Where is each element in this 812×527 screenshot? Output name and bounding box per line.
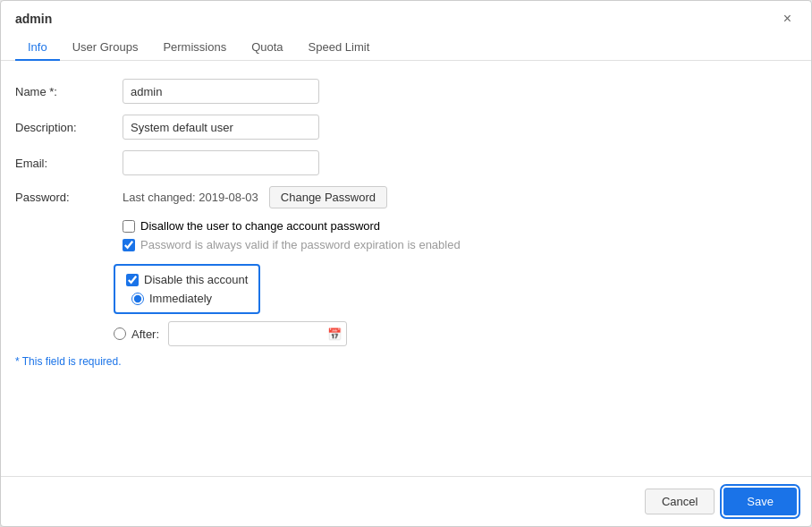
name-input[interactable] bbox=[123, 79, 319, 104]
save-button[interactable]: Save bbox=[723, 488, 797, 515]
dialog-title: admin bbox=[15, 12, 52, 26]
date-input-wrapper: 📅 bbox=[168, 321, 347, 346]
tab-permissions[interactable]: Permissions bbox=[150, 35, 239, 61]
cancel-button[interactable]: Cancel bbox=[645, 489, 715, 514]
email-input[interactable] bbox=[123, 150, 319, 175]
expiration-label[interactable]: Password is always valid if the password… bbox=[140, 238, 461, 251]
email-row: Email: bbox=[15, 150, 797, 175]
tab-user-groups[interactable]: User Groups bbox=[60, 35, 151, 61]
description-row: Description: bbox=[15, 115, 797, 140]
after-radio-wrapper: After: bbox=[114, 327, 159, 341]
tabs-bar: Info User Groups Permissions Quota Speed… bbox=[1, 30, 811, 61]
disable-account-checkbox[interactable] bbox=[126, 274, 139, 286]
after-date-input[interactable] bbox=[168, 321, 347, 346]
expiration-row: Password is always valid if the password… bbox=[123, 238, 797, 251]
password-row: Password: Last changed: 2019-08-03 Chang… bbox=[15, 186, 797, 208]
name-row: Name *: bbox=[15, 79, 797, 104]
change-password-button[interactable]: Change Password bbox=[269, 186, 387, 208]
expiration-checkbox[interactable] bbox=[123, 239, 135, 251]
after-label[interactable]: After: bbox=[131, 327, 159, 341]
disallow-row: Disallow the user to change account pass… bbox=[123, 219, 797, 233]
tab-speed-limit[interactable]: Speed Limit bbox=[296, 35, 383, 61]
dialog-body: Name *: Description: Email: Password: La… bbox=[1, 61, 811, 476]
tab-quota[interactable]: Quota bbox=[239, 35, 295, 61]
dialog-footer: Cancel Save bbox=[1, 476, 811, 526]
immediately-label[interactable]: Immediately bbox=[149, 292, 212, 305]
password-label: Password: bbox=[15, 191, 123, 204]
disable-account-label[interactable]: Disable this account bbox=[144, 273, 248, 286]
name-label: Name *: bbox=[15, 85, 123, 98]
tab-info[interactable]: Info bbox=[15, 35, 60, 61]
dialog: admin × Info User Groups Permissions Quo… bbox=[0, 0, 812, 527]
immediately-radio[interactable] bbox=[131, 293, 144, 305]
after-radio[interactable] bbox=[114, 327, 126, 340]
immediately-option: Immediately bbox=[131, 292, 248, 305]
disallow-checkbox[interactable] bbox=[123, 220, 135, 233]
calendar-icon[interactable]: 📅 bbox=[327, 327, 342, 341]
disable-account-header: Disable this account bbox=[126, 273, 248, 286]
dialog-header: admin × bbox=[1, 1, 811, 28]
description-label: Description: bbox=[15, 121, 123, 134]
disallow-label[interactable]: Disallow the user to change account pass… bbox=[140, 219, 380, 233]
password-controls: Last changed: 2019-08-03 Change Password bbox=[123, 186, 387, 208]
required-message: * This field is required. bbox=[15, 355, 797, 368]
password-last-changed: Last changed: 2019-08-03 bbox=[123, 191, 258, 204]
disable-account-box: Disable this account Immediately bbox=[114, 264, 260, 314]
after-row: After: 📅 bbox=[114, 321, 797, 346]
close-button[interactable]: × bbox=[778, 10, 797, 28]
email-label: Email: bbox=[15, 157, 123, 170]
description-input[interactable] bbox=[123, 115, 319, 140]
